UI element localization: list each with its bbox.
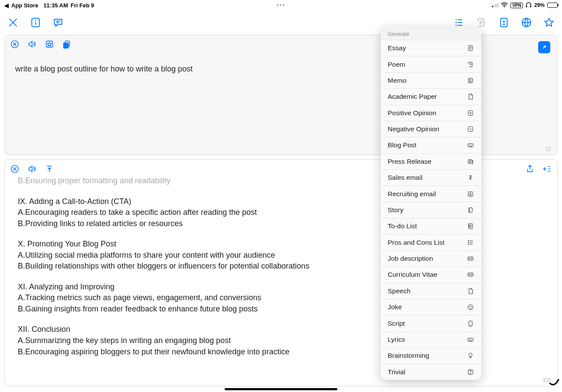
favorite-prompt-icon[interactable]: [45, 39, 54, 49]
generate-item-curriculum-vitae[interactable]: Curriculum Vitae: [381, 266, 481, 282]
home-indicator[interactable]: [225, 388, 337, 390]
svg-point-0: [504, 6, 505, 7]
bulb-icon: [467, 352, 474, 360]
scroll-top-icon[interactable]: [45, 164, 54, 174]
generate-item-label: Joke: [388, 303, 402, 311]
prompt-word-count: 12: [546, 146, 551, 152]
scroll-icon: [467, 61, 474, 68]
generate-menu: Generate EssayPoemMemoAcademic PaperPosi…: [381, 27, 481, 380]
generate-item-label: Recruiting email: [388, 190, 436, 198]
generate-item-label: Speech: [388, 287, 411, 295]
generate-item-label: Academic Paper: [388, 93, 437, 100]
generate-item-label: Poem: [388, 61, 405, 68]
generate-item-label: Brainstorming: [388, 352, 429, 360]
generate-item-academic-paper[interactable]: Academic Paper: [381, 88, 481, 104]
svg-point-26: [468, 242, 469, 243]
generate-item-pros-and-cons-list[interactable]: Pros and Cons List: [381, 234, 481, 250]
back-caret-icon[interactable]: ◀: [4, 2, 9, 9]
speak-icon[interactable]: [27, 39, 37, 49]
headphones-icon: [526, 2, 532, 9]
generate-item-negative-opinion[interactable]: Negative Opinion: [381, 121, 481, 137]
status-date: Fri Feb 9: [71, 2, 94, 9]
multitask-dots-icon[interactable]: •••: [277, 2, 286, 9]
generate-item-job-description[interactable]: Job description: [381, 250, 481, 266]
svg-point-4: [35, 20, 36, 21]
speak-output-icon[interactable]: [27, 164, 37, 174]
svg-point-29: [469, 258, 470, 259]
card-icon: [467, 255, 474, 262]
info-icon[interactable]: [29, 16, 42, 29]
generate-item-brainstorming[interactable]: Brainstorming: [381, 347, 481, 363]
generate-item-recruiting-email[interactable]: Recruiting email: [381, 185, 481, 201]
minus-icon: [467, 125, 474, 133]
generate-item-label: Script: [388, 320, 405, 327]
clear-output-button[interactable]: [10, 164, 20, 174]
book-icon: [467, 206, 474, 214]
svg-point-33: [469, 306, 470, 307]
generate-item-label: Pros and Cons List: [388, 239, 444, 246]
vpn-badge: VPN: [510, 3, 523, 8]
expand-button[interactable]: [538, 41, 550, 53]
copy-icon[interactable]: [62, 39, 72, 49]
generate-item-story[interactable]: Story: [381, 202, 481, 218]
svg-rect-1: [526, 6, 527, 7]
generate-item-lyrics[interactable]: Lyrics: [381, 331, 481, 347]
generate-item-sales-email[interactable]: Sales email: [381, 169, 481, 185]
generate-item-label: To-do List: [388, 222, 417, 230]
globe-icon[interactable]: [520, 16, 533, 29]
svg-point-13: [469, 79, 470, 80]
generate-item-poem[interactable]: Poem: [381, 56, 481, 72]
battery-percent: 29%: [534, 2, 545, 8]
dollar-icon: [467, 174, 474, 181]
share-icon[interactable]: [525, 164, 535, 174]
generate-item-label: Job description: [388, 255, 433, 262]
list-icon: [467, 222, 474, 230]
news-icon: [467, 158, 474, 165]
page-icon: [467, 287, 474, 295]
smiley-icon: [467, 303, 474, 311]
keyboard-icon: [467, 336, 474, 343]
generate-item-label: Negative Opinion: [388, 125, 439, 133]
memo-icon: [467, 77, 474, 84]
generate-item-essay[interactable]: Essay: [381, 40, 481, 56]
insert-icon[interactable]: [542, 164, 552, 174]
generate-item-script[interactable]: Script: [381, 315, 481, 331]
generate-item-label: Positive Opinion: [388, 109, 436, 117]
svg-rect-20: [469, 208, 472, 213]
generate-item-memo[interactable]: Memo: [381, 72, 481, 88]
back-app-label[interactable]: App Store: [11, 2, 38, 9]
wifi-icon: [501, 2, 508, 9]
doc-icon: [467, 44, 474, 52]
plus-icon: [467, 109, 474, 117]
page-icon: [467, 93, 474, 100]
question-icon: [467, 368, 474, 376]
generate-item-label: Lyrics: [388, 336, 405, 343]
bullets-icon: [467, 239, 474, 246]
corner-swoosh-icon[interactable]: [548, 377, 559, 391]
add-page-icon[interactable]: [498, 16, 510, 29]
generate-item-label: Blog Post: [388, 141, 416, 149]
generate-item-to-do-list[interactable]: To-do List: [381, 218, 481, 234]
generate-item-label: Trivial: [388, 368, 405, 376]
keyboard-icon: [467, 141, 474, 149]
svg-point-19: [470, 193, 471, 194]
generate-item-press-release[interactable]: Press Release: [381, 153, 481, 169]
svg-rect-2: [530, 6, 531, 7]
generate-item-blog-post[interactable]: Blog Post: [381, 137, 481, 153]
generate-item-label: Sales email: [388, 174, 422, 181]
generate-item-speech[interactable]: Speech: [381, 283, 481, 299]
close-button[interactable]: [7, 16, 19, 29]
generate-item-joke[interactable]: Joke: [381, 299, 481, 315]
generate-menu-header: Generate: [381, 27, 481, 40]
generate-item-label: Story: [388, 206, 403, 214]
generate-item-trivial[interactable]: Trivial: [381, 364, 481, 380]
svg-point-23: [469, 226, 470, 227]
chat-icon[interactable]: [52, 16, 64, 29]
generate-item-label: Press Release: [388, 158, 431, 165]
svg-point-31: [469, 274, 470, 275]
svg-point-36: [470, 325, 471, 326]
star-icon[interactable]: [543, 16, 555, 29]
clear-prompt-button[interactable]: [10, 39, 20, 49]
generate-item-positive-opinion[interactable]: Positive Opinion: [381, 105, 481, 121]
svg-point-39: [470, 373, 471, 373]
